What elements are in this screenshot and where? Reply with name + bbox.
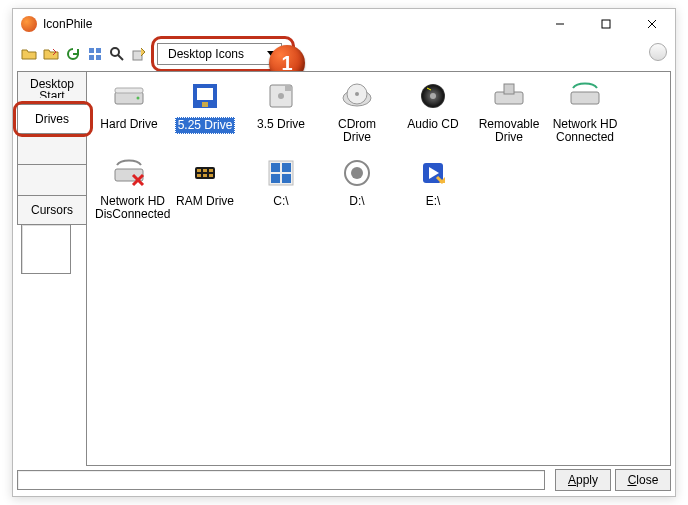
svg-rect-40 xyxy=(271,163,280,172)
app-window: IconPhile Deskto xyxy=(12,8,676,497)
svg-point-13 xyxy=(137,97,140,100)
icon-item[interactable]: CDrom Drive xyxy=(321,78,393,145)
save-icon[interactable] xyxy=(41,44,61,64)
svg-line-9 xyxy=(118,55,123,60)
icon-preview xyxy=(21,224,71,274)
toolbar: Desktop Icons xyxy=(13,39,675,69)
svg-point-22 xyxy=(355,92,359,96)
drive-icon xyxy=(491,78,527,114)
sidebar-tab-drives[interactable]: Drives xyxy=(17,104,87,134)
svg-point-25 xyxy=(430,93,436,99)
svg-rect-27 xyxy=(504,84,514,94)
drive-icon xyxy=(263,155,299,191)
sidebar-spacer xyxy=(17,164,87,196)
drive-icon xyxy=(187,155,223,191)
icon-item[interactable]: Hard Drive xyxy=(93,78,165,145)
icon-label: E:\ xyxy=(424,194,443,209)
minimize-button[interactable] xyxy=(537,9,583,39)
export-icon[interactable] xyxy=(129,44,149,64)
svg-rect-35 xyxy=(209,169,213,172)
sidebar-tab-desktop[interactable]: Desktop Start xyxy=(17,71,87,105)
drive-icon xyxy=(567,78,603,114)
svg-rect-6 xyxy=(89,55,94,60)
icon-label: Audio CD xyxy=(405,117,460,132)
icon-label: Removable Drive xyxy=(473,117,545,145)
svg-rect-1 xyxy=(602,20,610,28)
sidebar: Desktop Start Drives Cursors xyxy=(17,71,87,466)
sidebar-tab-label: Drives xyxy=(35,112,69,126)
drive-icon xyxy=(415,155,451,191)
icon-item[interactable]: Removable Drive xyxy=(473,78,545,145)
sidebar-tab-label: Start xyxy=(39,90,64,98)
titlebar: IconPhile xyxy=(13,9,675,39)
svg-rect-16 xyxy=(202,102,208,107)
icon-label: 3.5 Drive xyxy=(255,117,307,132)
icon-label: D:\ xyxy=(347,194,366,209)
open-folder-icon[interactable] xyxy=(19,44,39,64)
svg-rect-28 xyxy=(571,92,599,104)
icon-item[interactable]: Network HD DisConnected xyxy=(93,155,165,222)
svg-rect-42 xyxy=(271,174,280,183)
drive-icon xyxy=(263,78,299,114)
category-dropdown[interactable]: Desktop Icons xyxy=(157,43,282,65)
icon-item[interactable]: Network HD Connected xyxy=(549,78,621,145)
icon-label: CDrom Drive xyxy=(321,117,393,145)
svg-point-18 xyxy=(278,93,284,99)
sidebar-tab-label: Desktop xyxy=(30,78,74,90)
icon-item[interactable]: 3.5 Drive xyxy=(245,78,317,145)
svg-rect-19 xyxy=(285,86,291,91)
search-icon[interactable] xyxy=(107,44,127,64)
help-button[interactable] xyxy=(649,43,667,61)
icon-item[interactable]: C:\ xyxy=(245,155,317,222)
drive-icon xyxy=(111,155,147,191)
sidebar-spacer xyxy=(17,133,87,165)
svg-rect-4 xyxy=(89,48,94,53)
icon-item[interactable]: 5.25 Drive xyxy=(169,78,241,145)
chevron-down-icon xyxy=(267,51,275,56)
svg-rect-43 xyxy=(282,174,291,183)
icon-grid: Hard Drive5.25 Drive3.5 DriveCDrom Drive… xyxy=(86,71,671,466)
svg-rect-12 xyxy=(115,88,143,93)
svg-rect-33 xyxy=(197,169,201,172)
svg-rect-36 xyxy=(197,174,201,177)
svg-rect-41 xyxy=(282,163,291,172)
refresh-icon[interactable] xyxy=(63,44,83,64)
sidebar-tab-cursors[interactable]: Cursors xyxy=(17,195,87,225)
icon-label: RAM Drive xyxy=(174,194,236,209)
svg-rect-34 xyxy=(203,169,207,172)
drive-icon xyxy=(111,78,147,114)
icon-label: Network HD DisConnected xyxy=(93,194,172,222)
svg-point-8 xyxy=(111,48,119,56)
footer: Apply Close xyxy=(17,468,671,492)
icon-item[interactable]: RAM Drive xyxy=(169,155,241,222)
body: Desktop Start Drives Cursors Hard Drive5… xyxy=(17,71,671,466)
status-bar xyxy=(17,470,545,490)
icon-label: Network HD Connected xyxy=(549,117,621,145)
grid-icon[interactable] xyxy=(85,44,105,64)
svg-rect-32 xyxy=(195,167,215,179)
drive-icon xyxy=(415,78,451,114)
apply-button[interactable]: Apply xyxy=(555,469,611,491)
drive-icon xyxy=(339,78,375,114)
category-dropdown-label: Desktop Icons xyxy=(168,47,244,61)
app-icon xyxy=(21,16,37,32)
icon-label: 5.25 Drive xyxy=(175,117,236,134)
svg-point-45 xyxy=(351,167,363,179)
icon-item[interactable]: E:\ xyxy=(397,155,469,222)
icon-item[interactable]: D:\ xyxy=(321,155,393,222)
svg-rect-10 xyxy=(133,51,142,60)
svg-rect-5 xyxy=(96,48,101,53)
svg-rect-38 xyxy=(209,174,213,177)
sidebar-tab-label: Cursors xyxy=(31,203,73,217)
drive-icon xyxy=(339,155,375,191)
svg-rect-37 xyxy=(203,174,207,177)
icon-item[interactable]: Audio CD xyxy=(397,78,469,145)
svg-rect-7 xyxy=(96,55,101,60)
icon-label: C:\ xyxy=(271,194,290,209)
window-title: IconPhile xyxy=(43,17,537,31)
close-button[interactable] xyxy=(629,9,675,39)
maximize-button[interactable] xyxy=(583,9,629,39)
icon-label: Hard Drive xyxy=(98,117,159,132)
svg-rect-15 xyxy=(197,88,213,100)
close-dialog-button[interactable]: Close xyxy=(615,469,671,491)
